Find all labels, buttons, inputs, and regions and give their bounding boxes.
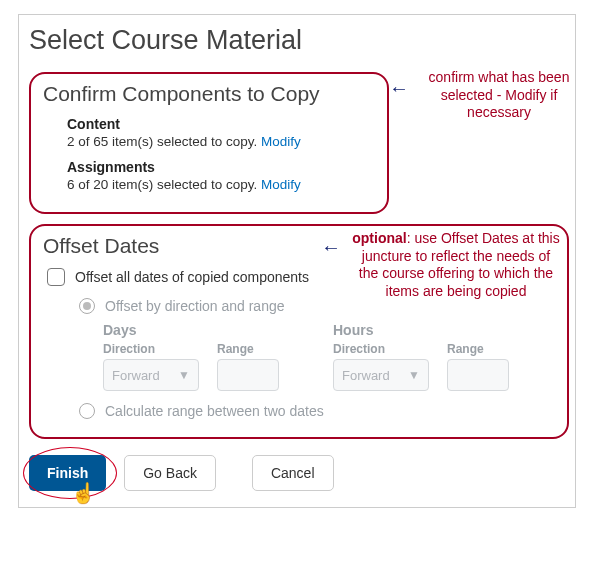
hours-group: Hours Direction Forward ▼ Range	[333, 322, 509, 391]
chevron-down-icon: ▼	[408, 368, 420, 382]
confirm-components-box: Confirm Components to Copy Content 2 of …	[29, 72, 389, 214]
arrow-left-icon: ←	[321, 236, 341, 259]
days-range-input[interactable]	[217, 359, 279, 391]
offset-by-direction-label: Offset by direction and range	[105, 298, 285, 314]
arrow-left-icon: ←	[389, 77, 409, 100]
offset-all-dates-checkbox[interactable]	[47, 268, 65, 286]
component-content: Content 2 of 65 item(s) selected to copy…	[67, 116, 375, 149]
hours-range-label: Range	[447, 342, 509, 356]
go-back-button[interactable]: Go Back	[124, 455, 216, 491]
component-label: Content	[67, 116, 375, 132]
confirm-heading: Confirm Components to Copy	[43, 82, 375, 106]
calculate-range-radio[interactable]	[79, 403, 95, 419]
modify-link-content[interactable]: Modify	[261, 134, 301, 149]
calculate-range-label: Calculate range between two dates	[105, 403, 324, 419]
hours-direction-label: Direction	[333, 342, 429, 356]
component-assignments: Assignments 6 of 20 item(s) selected to …	[67, 159, 375, 192]
hours-direction-select[interactable]: Forward ▼	[333, 359, 429, 391]
hours-range-input[interactable]	[447, 359, 509, 391]
component-desc: 2 of 65 item(s) selected to copy. Modify	[67, 134, 375, 149]
days-direction-label: Direction	[103, 342, 199, 356]
offset-all-dates-label: Offset all dates of copied components	[75, 269, 309, 285]
chevron-down-icon: ▼	[178, 368, 190, 382]
days-group: Days Direction Forward ▼ Range	[103, 322, 279, 391]
days-title: Days	[103, 322, 279, 338]
cancel-button[interactable]: Cancel	[252, 455, 334, 491]
button-row: Finish Go Back Cancel ☝	[29, 455, 565, 491]
hours-title: Hours	[333, 322, 509, 338]
modify-link-assignments[interactable]: Modify	[261, 177, 301, 192]
days-range-label: Range	[217, 342, 279, 356]
offset-dates-box: Offset Dates ← optional: use Offset Date…	[29, 224, 569, 439]
offset-by-direction-radio[interactable]	[79, 298, 95, 314]
annotation-confirm: confirm what has been selected - Modify …	[419, 69, 579, 122]
finish-button[interactable]: Finish	[29, 455, 106, 491]
annotation-offset: optional: use Offset Dates at this junct…	[351, 230, 561, 300]
days-direction-select[interactable]: Forward ▼	[103, 359, 199, 391]
component-label: Assignments	[67, 159, 375, 175]
page-title: Select Course Material	[29, 25, 565, 56]
component-desc: 6 of 20 item(s) selected to copy. Modify	[67, 177, 375, 192]
